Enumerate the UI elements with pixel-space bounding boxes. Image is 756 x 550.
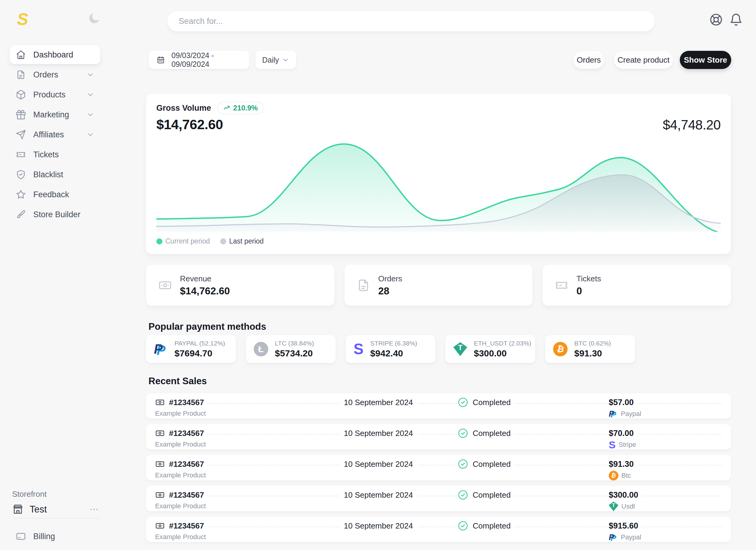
- gift-icon: [16, 109, 26, 120]
- credit-card-icon: [16, 531, 26, 542]
- chevron-down-icon: [86, 131, 94, 138]
- create-product-button[interactable]: Create product: [614, 51, 673, 69]
- sale-date: 10 September 2024: [344, 521, 413, 531]
- payment-method-card: T ETH_USDT (2.03%) $300.00: [445, 335, 535, 363]
- payment-method-name: Paypal: [621, 533, 641, 541]
- sidebar-item-feedback[interactable]: Feedback: [10, 185, 100, 204]
- storefront-section: Storefront Test: [12, 490, 103, 515]
- sale-date: 10 September 2024: [344, 429, 413, 438]
- status-text: Completed: [473, 460, 511, 469]
- stats-row: Revenue $14,762.60 Orders 28 Tickets 0: [146, 265, 731, 306]
- app-logo[interactable]: S: [17, 9, 28, 29]
- interval-select[interactable]: Daily: [256, 51, 296, 69]
- storefront-more-icon[interactable]: [89, 504, 99, 515]
- sidebar-item-store-builder[interactable]: Store Builder: [10, 205, 100, 224]
- sidebar: S Dashboard Orders Products Marketing Af…: [0, 0, 127, 550]
- payment-method-card: PP PAYPAL (52.12%) $7694.70: [146, 335, 236, 363]
- cube-icon: [16, 89, 26, 100]
- banknote-icon: [155, 428, 165, 438]
- date-range-picker[interactable]: 09/03/2024 - 09/09/2024: [149, 51, 249, 69]
- toolbar: 09/03/2024 - 09/09/2024 Daily Orders Cre…: [146, 51, 731, 69]
- sidebar-nav: Dashboard Orders Products Marketing Affi…: [10, 45, 100, 225]
- sidebar-item-billing[interactable]: Billing: [10, 527, 100, 546]
- stat-card-orders: Orders 28: [344, 265, 533, 306]
- search-bar: [167, 11, 655, 31]
- status-text: Completed: [473, 398, 511, 407]
- send-icon: [16, 129, 26, 140]
- payment-method-name: Btc: [621, 472, 631, 480]
- product-name: Example Product: [155, 441, 288, 448]
- status-text: Completed: [473, 490, 511, 500]
- sale-date: 10 September 2024: [344, 460, 413, 469]
- check-circle-icon: [458, 428, 468, 439]
- previous-period-total: $4,748.20: [663, 117, 721, 132]
- banknote-icon: [158, 278, 172, 292]
- notifications-icon[interactable]: [729, 13, 743, 27]
- orders-button[interactable]: Orders: [573, 51, 604, 69]
- change-badge: 210.9%: [217, 102, 264, 114]
- sidebar-item-tickets[interactable]: Tickets: [10, 145, 100, 164]
- store-icon: [12, 504, 24, 515]
- paypal-logo-icon: PP: [609, 409, 618, 419]
- stat-card-tickets: Tickets 0: [543, 265, 731, 306]
- current-period-total: $14,762.60: [156, 117, 223, 132]
- status-text: Completed: [473, 429, 511, 438]
- banknote-icon: [155, 398, 165, 407]
- legend-dot: [156, 238, 162, 244]
- payment-method-card: ₿ BTC (0.62%) $91.30: [545, 335, 635, 363]
- chevron-down-icon: [86, 71, 94, 79]
- sidebar-item-blacklist[interactable]: Blacklist: [10, 165, 100, 184]
- storefront-selector[interactable]: Test: [12, 504, 103, 515]
- trending-up-icon: [223, 104, 230, 112]
- sale-date: 10 September 2024: [344, 398, 413, 407]
- ticket-icon: [555, 278, 569, 292]
- sidebar-item-orders[interactable]: Orders: [10, 65, 100, 84]
- stripe-logo-icon: S: [609, 440, 616, 450]
- date-range-value: 09/03/2024 - 09/09/2024: [171, 51, 241, 69]
- gross-volume-card: Gross Volume 210.9% $14,762.60 $4,748.20: [146, 94, 731, 254]
- litecoin-logo-icon: Ł: [254, 342, 268, 356]
- file-icon: [357, 278, 370, 292]
- recent-sales-heading: Recent Sales: [148, 376, 207, 387]
- billing-section: Billing: [10, 527, 100, 547]
- sale-amount: $70.00: [609, 429, 634, 438]
- banknote-icon: [155, 521, 165, 531]
- gross-volume-chart: [156, 141, 721, 232]
- product-name: Example Product: [155, 410, 288, 418]
- payment-methods-row: PP PAYPAL (52.12%) $7694.70 Ł LTC (38.84…: [146, 335, 635, 363]
- recent-sales-table: #1234567 Example Product 10 September 20…: [146, 393, 731, 548]
- sale-row[interactable]: #1234567 Example Product 10 September 20…: [146, 455, 731, 480]
- payments-heading: Popular payment methods: [148, 321, 266, 332]
- bitcoin-logo-icon: ₿: [553, 342, 568, 356]
- sidebar-divider: [13, 518, 100, 519]
- sidebar-item-affiliates[interactable]: Affiliates: [10, 125, 100, 144]
- banknote-icon: [155, 459, 165, 469]
- stripe-logo-icon: S: [354, 342, 363, 356]
- dark-mode-toggle[interactable]: [87, 11, 101, 25]
- sale-amount: $57.00: [609, 398, 634, 407]
- storefront-name: Test: [30, 504, 47, 515]
- help-icon[interactable]: [709, 13, 723, 27]
- legend-dot: [220, 238, 226, 244]
- tether-logo-icon: T: [453, 342, 467, 356]
- sale-row[interactable]: #1234567 Example Product 10 September 20…: [146, 517, 731, 542]
- sale-row[interactable]: #1234567 Example Product 10 September 20…: [146, 393, 731, 419]
- sidebar-item-label: Billing: [33, 532, 55, 541]
- show-store-button[interactable]: Show Store: [680, 51, 731, 69]
- check-circle-icon: [458, 520, 468, 531]
- shield-check-icon: [16, 169, 26, 180]
- chevron-down-icon: [86, 91, 94, 99]
- sidebar-item-products[interactable]: Products: [10, 85, 100, 104]
- sale-row[interactable]: #1234567 Example Product 10 September 20…: [146, 486, 731, 511]
- payment-method-card: S STRIPE (6.38%) $942.40: [346, 335, 435, 363]
- sale-row[interactable]: #1234567 Example Product 10 September 20…: [146, 424, 731, 450]
- search-input[interactable]: [167, 11, 655, 31]
- calendar-icon: [157, 55, 165, 65]
- bitcoin-logo-icon: ₿: [609, 471, 618, 480]
- sidebar-item-dashboard[interactable]: Dashboard: [10, 45, 100, 64]
- sidebar-item-marketing[interactable]: Marketing: [10, 105, 100, 124]
- chevron-down-icon: [86, 111, 94, 119]
- legend-item: Current period: [156, 237, 210, 245]
- payment-method-name: Stripe: [619, 441, 636, 449]
- chart-legend: Current period Last period: [156, 237, 721, 245]
